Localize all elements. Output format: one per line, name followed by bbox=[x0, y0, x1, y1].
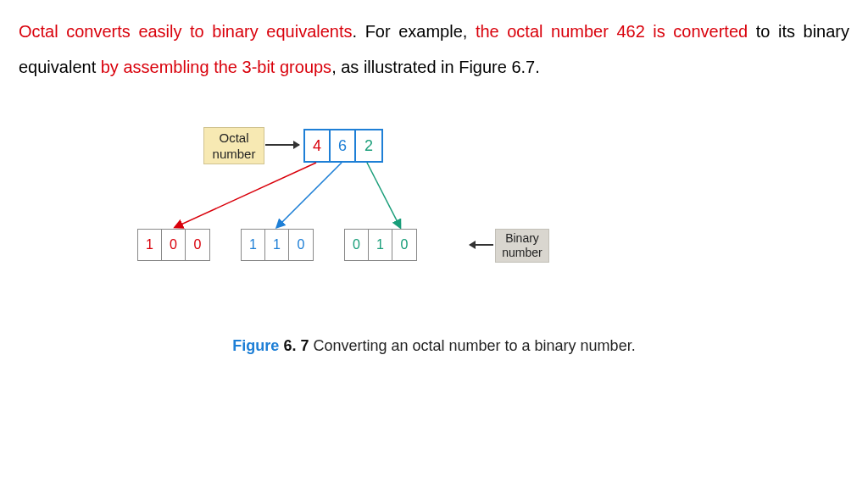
bit-g3-b2: 1 bbox=[369, 230, 392, 260]
octal-label-line2: number bbox=[204, 146, 264, 163]
text-span-5: by assembling the 3-bit groups bbox=[101, 58, 331, 76]
text-span-1: Octal converts easily to binary equivale… bbox=[19, 22, 353, 41]
arrow-left-icon bbox=[470, 244, 493, 246]
octal-digits-box: 4 6 2 bbox=[303, 129, 383, 163]
bit-g2-b2: 1 bbox=[265, 230, 289, 260]
binary-number-label: Binary number bbox=[495, 229, 549, 263]
caption-text: Converting an octal number to a binary n… bbox=[309, 337, 635, 354]
binary-group-1: 1 0 0 bbox=[137, 229, 210, 261]
octal-number-label: Octal number bbox=[203, 127, 264, 164]
svg-line-0 bbox=[175, 163, 316, 227]
binary-label-line2: number bbox=[496, 246, 548, 261]
binary-group-3: 0 1 0 bbox=[344, 229, 417, 261]
svg-line-2 bbox=[367, 163, 400, 227]
text-span-6: , as illustrated in Figure 6.7. bbox=[331, 58, 540, 76]
conversion-diagram: Octal number 4 6 2 1 0 0 1 bbox=[137, 127, 731, 322]
bit-g2-b3: 0 bbox=[289, 230, 313, 260]
octal-digit-2: 6 bbox=[331, 130, 356, 161]
arrow-right-icon bbox=[265, 144, 299, 146]
bit-g3-b1: 0 bbox=[345, 230, 369, 260]
binary-row: 1 0 0 1 1 0 0 1 0 bbox=[137, 229, 417, 261]
text-span-2: . For example, bbox=[353, 22, 476, 41]
figure-caption: Figure 6. 7 Converting an octal number t… bbox=[19, 337, 849, 355]
bit-g1-b1: 1 bbox=[138, 230, 162, 260]
octal-label-line1: Octal bbox=[204, 130, 264, 147]
binary-group-2: 1 1 0 bbox=[241, 229, 314, 261]
octal-digit-1: 4 bbox=[305, 130, 331, 161]
caption-figure-word: Figure bbox=[232, 337, 279, 354]
caption-figure-number: 6. 7 bbox=[283, 337, 309, 354]
binary-label-line1: Binary bbox=[496, 231, 548, 247]
bit-g1-b3: 0 bbox=[186, 230, 209, 260]
bit-g3-b3: 0 bbox=[392, 230, 416, 260]
text-span-3: the octal number 462 is converted bbox=[476, 22, 748, 41]
bit-g1-b2: 0 bbox=[162, 230, 186, 260]
octal-digit-3: 2 bbox=[356, 130, 381, 161]
bit-g2-b1: 1 bbox=[242, 230, 265, 260]
intro-paragraph: Octal converts easily to binary equivale… bbox=[19, 14, 849, 85]
svg-line-1 bbox=[277, 163, 342, 227]
